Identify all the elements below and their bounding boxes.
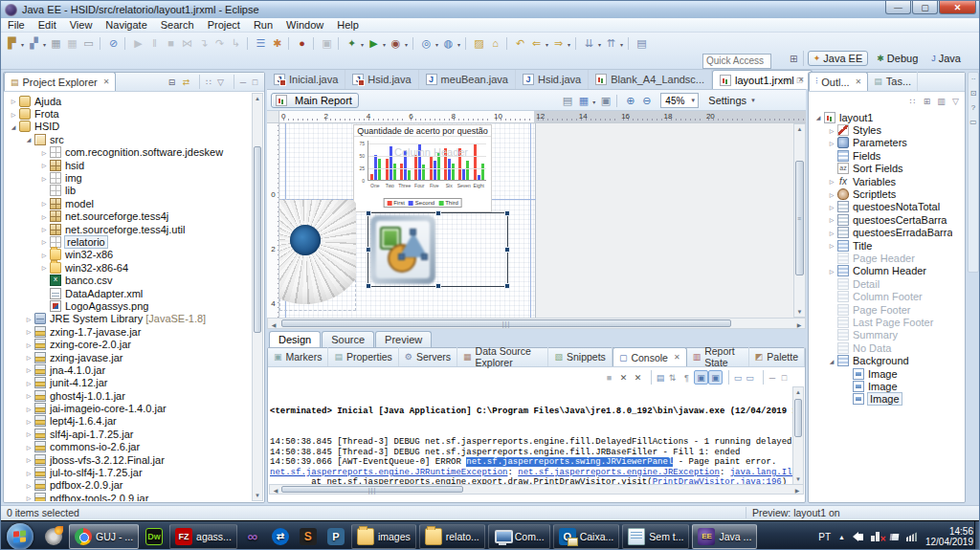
tree-expander-icon[interactable]: ▷ bbox=[39, 162, 49, 168]
outline-item[interactable]: ▷ questoesErradaBarra bbox=[810, 227, 952, 239]
flower-image-element[interactable] bbox=[279, 200, 356, 312]
perspective-button[interactable]: ✦ Java EE bbox=[808, 51, 869, 66]
outline-item[interactable]: Fields bbox=[810, 149, 952, 162]
panel-toolbar-icon[interactable]: ⇄ bbox=[179, 75, 193, 89]
toolbar-button[interactable]: ⇊ bbox=[581, 35, 597, 52]
bottom-panel-tab[interactable]: ▦ Data Source Explorer bbox=[457, 347, 548, 366]
outline-item[interactable]: ▷ Variables bbox=[810, 175, 952, 187]
panel-toolbar-icon[interactable]: ─ bbox=[234, 75, 248, 89]
console-toolbar-icon[interactable]: ▭ bbox=[743, 370, 757, 385]
tree-expander-icon[interactable]: ▷ bbox=[24, 482, 33, 489]
tree-expander-icon[interactable]: ▷ bbox=[24, 392, 33, 399]
minimized-view-icon[interactable]: ∙∙ bbox=[971, 75, 975, 83]
editor-toolbar-icon[interactable]: ▦ bbox=[575, 93, 591, 109]
tree-item[interactable]: ▷ net.sourceforge.tess4j.util bbox=[5, 223, 252, 235]
outline-item[interactable]: Column Footer bbox=[810, 290, 952, 302]
tray-expand-icon[interactable]: ▲ bbox=[838, 534, 845, 540]
toolbar-button[interactable]: ⊘ bbox=[105, 35, 122, 52]
menu-item[interactable]: Project bbox=[201, 19, 247, 31]
tree-item[interactable]: ▷ model bbox=[5, 197, 252, 209]
toolbar-button[interactable]: ▣ bbox=[319, 35, 335, 52]
menu-item[interactable]: Help bbox=[330, 19, 366, 31]
outline-item[interactable]: Summary bbox=[810, 329, 952, 341]
menu-item[interactable]: View bbox=[63, 19, 100, 31]
toolbar-button[interactable]: ⇒ bbox=[550, 35, 567, 52]
show-desktop-button[interactable] bbox=[974, 521, 979, 550]
taskbar-item[interactable]: images bbox=[351, 524, 416, 549]
toolbar-button[interactable]: ✱ bbox=[269, 35, 285, 52]
taskbar-item[interactable]: GUJ - ... bbox=[69, 524, 139, 549]
panel-toolbar-icon[interactable]: ⊟ bbox=[165, 75, 179, 89]
tree-expander-icon[interactable]: ▷ bbox=[827, 191, 836, 198]
outline-item[interactable]: No Data bbox=[810, 341, 952, 354]
editor-vertical-scrollbar[interactable]: ▲ ≡ ▼ bbox=[793, 123, 806, 318]
signal-icon[interactable] bbox=[906, 532, 918, 541]
outline-item[interactable]: ▷ Column Header bbox=[810, 265, 952, 277]
tree-item[interactable]: ▷ jai-imageio-core-1.4.0.jar bbox=[5, 402, 252, 414]
editor-toolbar-icon[interactable]: ⊕ bbox=[622, 93, 638, 109]
editor-tab[interactable]: Hsid.java bbox=[516, 70, 589, 89]
toolbar-button[interactable]: ‖ bbox=[146, 35, 163, 52]
taskbar-item[interactable] bbox=[41, 524, 66, 549]
toolbar-button[interactable]: ↷ bbox=[212, 35, 228, 52]
editor-mode-tab[interactable]: Preview bbox=[375, 331, 432, 347]
tree-item[interactable]: ▷ Ajuda bbox=[5, 95, 252, 107]
taskbar-item[interactable]: Com... bbox=[488, 524, 550, 549]
tree-expander-icon[interactable]: ▷ bbox=[24, 470, 33, 476]
toolbar-button[interactable]: ▞ bbox=[26, 35, 42, 52]
tree-item[interactable]: ▷ ghost4j-1.0.1.jar bbox=[5, 389, 252, 402]
tree-expander-icon[interactable]: ▷ bbox=[24, 418, 33, 425]
toolbar-button[interactable]: ◍ bbox=[440, 35, 457, 52]
outline-item[interactable]: ▷ Styles bbox=[810, 123, 952, 136]
tree-expander-icon[interactable]: ▷ bbox=[827, 216, 836, 223]
outline-item[interactable]: ▷ Title bbox=[810, 239, 952, 252]
tree-expander-icon[interactable]: ▷ bbox=[24, 341, 33, 348]
toolbar-button[interactable]: ▶ bbox=[366, 35, 382, 52]
main-report-button[interactable]: Main Report bbox=[271, 93, 359, 108]
tree-item[interactable]: ▷ img bbox=[5, 171, 252, 184]
tree-expander-icon[interactable]: ◢ bbox=[9, 123, 18, 130]
toolbar-button[interactable]: ◎ bbox=[418, 35, 434, 52]
console-vertical-scrollbar[interactable]: ▲ ▼ bbox=[792, 386, 804, 485]
quick-access[interactable] bbox=[702, 51, 771, 66]
tree-expander-icon[interactable]: ▷ bbox=[39, 200, 49, 207]
clock[interactable]: 14:56 12/04/2019 bbox=[925, 526, 973, 547]
console-toolbar-icon[interactable]: ✕ bbox=[631, 370, 645, 385]
toolbar-button[interactable]: ☰ bbox=[253, 35, 269, 52]
tree-item[interactable]: banco.csv bbox=[5, 274, 252, 286]
tree-item[interactable]: ▷ win32-x86-64 bbox=[5, 261, 252, 274]
tree-item[interactable]: ▷ jna-4.1.0.jar bbox=[5, 363, 252, 376]
taskbar-item[interactable]: ⇄ bbox=[268, 524, 293, 549]
minimize-editor-icon[interactable]: ─ bbox=[778, 73, 792, 87]
console-toolbar-icon[interactable]: ■ bbox=[602, 370, 616, 385]
outline-toolbar-icon[interactable]: ⊞ bbox=[920, 94, 934, 108]
close-icon[interactable]: ✕ bbox=[674, 353, 680, 362]
tree-expander-icon[interactable]: ▷ bbox=[39, 175, 49, 182]
tree-expander-icon[interactable]: ▷ bbox=[24, 444, 33, 451]
minimize-button[interactable]: — bbox=[885, 1, 911, 14]
menu-item[interactable]: File bbox=[1, 19, 32, 31]
open-perspective-icon[interactable]: ⊞ bbox=[789, 51, 804, 66]
toolbar-button[interactable]: ▭ bbox=[80, 35, 97, 52]
console-toolbar-icon[interactable]: □ bbox=[777, 370, 791, 385]
tree-item[interactable]: ▷ pdfbox-2.0.9.jar bbox=[5, 479, 252, 492]
tree-item[interactable]: ▷ jboss-vfs-3.2.12.Final.jar bbox=[5, 453, 252, 466]
editor-tab[interactable]: Inicial.java bbox=[267, 70, 345, 89]
toolbar-button[interactable]: ▛ bbox=[4, 35, 20, 52]
toolbar-button[interactable]: ↶ bbox=[512, 35, 528, 52]
tree-item[interactable]: ▷ junit-4.12.jar bbox=[5, 377, 252, 389]
action-center-icon[interactable] bbox=[890, 534, 900, 540]
editor-tab[interactable]: meuBean.java bbox=[419, 70, 516, 89]
tree-item[interactable]: ▷ zxing-javase.jar bbox=[5, 351, 252, 363]
tree-item[interactable]: ▷ pdfbox-tools-2.0.9.jar bbox=[5, 492, 252, 501]
toolbar-button[interactable]: ● bbox=[294, 35, 310, 52]
console-output[interactable]: <terminated> Inicial [Java Application] … bbox=[270, 386, 792, 485]
tree-item[interactable]: ▷ win32-x86 bbox=[5, 249, 252, 261]
outline-item[interactable]: Image bbox=[810, 393, 952, 406]
outline-item[interactable]: ◢ Background bbox=[810, 354, 952, 366]
outline-toolbar-icon[interactable]: ▥ bbox=[934, 94, 948, 108]
tree-expander-icon[interactable]: ▷ bbox=[24, 366, 33, 373]
outline-tab[interactable]: ⫶ Outl... ✕ bbox=[809, 72, 868, 91]
taskbar-item[interactable]: relato... bbox=[419, 524, 485, 549]
panel-toolbar-icon[interactable]: □ bbox=[248, 75, 262, 89]
